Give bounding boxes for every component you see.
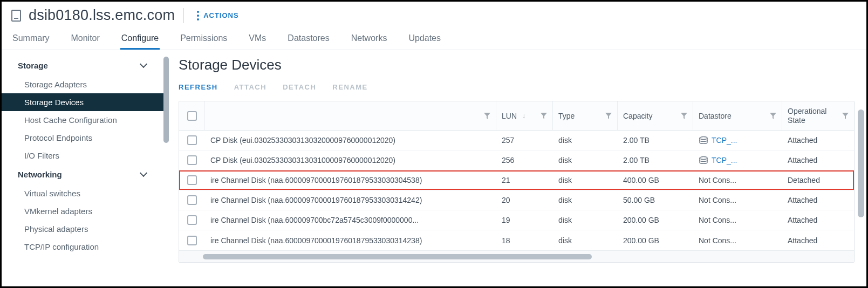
checkbox-icon[interactable] [187,155,197,165]
cell-lun: 21 [496,176,553,184]
cell-capacity: 200.00 GB [618,216,693,224]
checkbox-icon[interactable] [187,135,197,145]
column-datastore[interactable]: Datastore [693,101,782,130]
cell-operational-state: Attached [782,216,854,224]
cell-datastore: Not Cons... [693,216,782,224]
tab-permissions[interactable]: Permissions [179,29,228,50]
cell-name: CP Disk (eui.030253303031303100009760000… [205,156,496,164]
cell-capacity: 2.00 TB [618,156,693,164]
column-operational-state[interactable]: Operational State [782,101,854,130]
table-row[interactable]: ire Channel Disk (naa.600009700001976018… [179,230,854,250]
sidebar-item-protocol-endpoints[interactable]: Protocol Endpoints [2,129,169,147]
table-row[interactable]: ire Channel Disk (naa.600009700001976018… [179,190,854,210]
main-title: Storage Devices [179,57,855,73]
sidebar-group-storage[interactable]: Storage [2,56,169,76]
checkbox-icon[interactable] [187,111,197,121]
sidebar-item-host-cache-configuration[interactable]: Host Cache Configuration [2,111,169,129]
datastore-link[interactable]: TCP_... [712,136,737,145]
column-type[interactable]: Type [553,101,618,130]
row-checkbox-cell[interactable] [179,195,205,205]
sidebar-item-io-filters[interactable]: I/O Filters [2,147,169,164]
filter-icon[interactable] [681,113,687,119]
cell-type: disk [553,136,618,145]
sidebar-item-tcpip-configuration[interactable]: TCP/IP configuration [2,238,169,256]
datastore-icon [699,136,708,144]
sidebar-group-label: Networking [18,170,62,179]
table-horizontal-scrollbar[interactable] [179,250,854,262]
tab-summary[interactable]: Summary [11,29,50,50]
sort-down-icon[interactable]: ↓ [522,112,525,120]
column-capacity[interactable]: Capacity [618,101,693,130]
checkbox-icon[interactable] [187,215,197,225]
filter-icon[interactable] [541,113,547,119]
tab-networks[interactable]: Networks [350,29,388,50]
tab-vms[interactable]: VMs [248,29,267,50]
sidebar-item-virtual-switches[interactable]: Virtual switches [2,184,169,202]
column-select-all[interactable] [179,101,205,130]
table-row[interactable]: CP Disk (eui.030253303031303200009760000… [179,131,854,150]
row-checkbox-cell[interactable] [179,175,205,185]
sidebar-item-physical-adapters[interactable]: Physical adapters [2,220,169,238]
actions-button[interactable]: ACTIONS [193,9,243,23]
table-row[interactable]: ire Channel Disk (naa.600009700bc72a5745… [179,210,854,230]
sidebar-scrollbar[interactable] [163,57,169,278]
main-vertical-scrollbar[interactable] [858,109,864,271]
cell-datastore: Not Cons... [693,236,782,245]
row-checkbox-cell[interactable] [179,236,205,245]
filter-icon[interactable] [770,113,776,119]
action-refresh[interactable]: REFRESH [179,83,218,91]
cell-type: disk [553,156,618,164]
datastore-text: Not Cons... [699,236,736,245]
cell-datastore[interactable]: TCP_... [693,156,782,164]
cell-type: disk [553,176,618,184]
datastore-text: Not Cons... [699,176,736,184]
filter-icon[interactable] [842,113,849,119]
action-detach: DETACH [283,83,316,91]
datastore-text: Not Cons... [699,196,736,204]
table-row[interactable]: ire Channel Disk (naa.600009700001976018… [179,170,854,190]
tab-configure[interactable]: Configure [120,29,160,50]
row-checkbox-cell[interactable] [179,135,205,145]
actions-label: ACTIONS [203,11,239,19]
scrollbar-thumb[interactable] [203,254,592,259]
row-checkbox-cell[interactable] [179,215,205,225]
checkbox-icon[interactable] [187,195,197,205]
page-title: dsib0180.lss.emc.com [29,7,175,24]
sidebar: Storage Storage Adapters Storage Devices… [2,50,169,282]
scrollbar-thumb[interactable] [858,109,864,217]
svg-point-0 [700,137,707,140]
checkbox-icon[interactable] [187,236,197,245]
cell-datastore[interactable]: TCP_... [693,136,782,145]
cell-type: disk [553,236,618,245]
divider [183,8,184,23]
column-label: Operational State [788,107,842,124]
cell-name: ire Channel Disk (naa.600009700001976018… [205,196,496,204]
sidebar-group-networking[interactable]: Networking [2,164,169,184]
svg-point-1 [700,157,707,160]
filter-icon[interactable] [605,113,612,119]
row-checkbox-cell[interactable] [179,155,205,165]
host-icon [11,10,21,22]
scrollbar-thumb[interactable] [163,57,169,143]
column-label: Datastore [699,112,732,120]
cell-capacity: 400.00 GB [618,176,693,184]
sidebar-item-storage-adapters[interactable]: Storage Adapters [2,76,169,93]
column-label: LUN [502,112,517,120]
table-row[interactable]: CP Disk (eui.030253303031303100009760000… [179,150,854,170]
tab-updates[interactable]: Updates [407,29,442,50]
checkbox-icon[interactable] [187,175,197,185]
table-actions: REFRESH ATTACH DETACH RENAME [179,83,855,91]
sidebar-item-vmkernel-adapters[interactable]: VMkernel adapters [2,202,169,220]
action-attach: ATTACH [234,83,267,91]
sidebar-item-storage-devices[interactable]: Storage Devices [2,93,169,111]
cell-operational-state: Attached [782,236,854,245]
tab-datastores[interactable]: Datastores [286,29,330,50]
datastore-link[interactable]: TCP_... [712,156,737,164]
cell-operational-state: Detached [782,176,854,184]
column-name[interactable] [205,101,496,130]
datastore-text: Not Cons... [699,216,736,224]
tab-monitor[interactable]: Monitor [70,29,100,50]
filter-icon[interactable] [484,113,490,119]
cell-operational-state: Attached [782,156,854,164]
column-lun[interactable]: LUN ↓ [496,101,553,130]
